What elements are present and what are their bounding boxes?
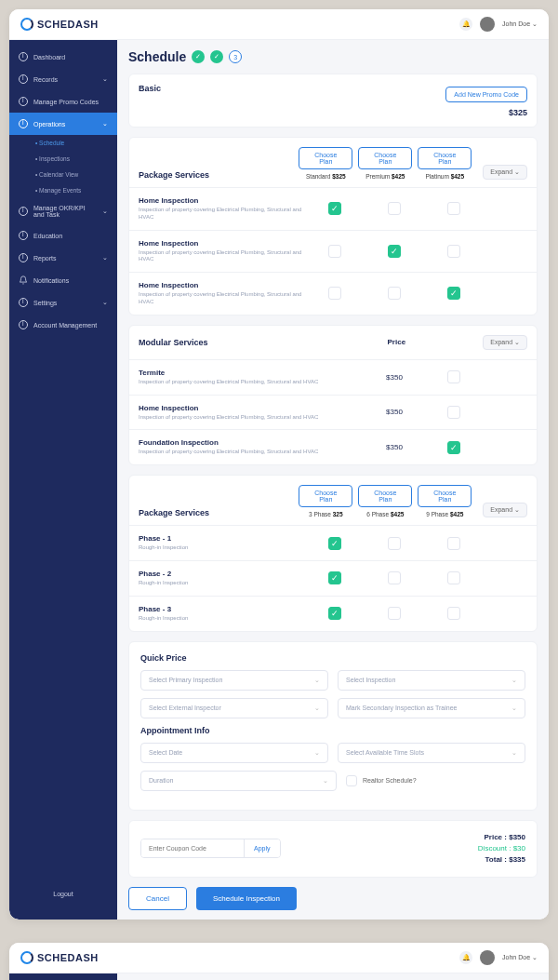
add-promo-button[interactable]: Add New Promo Code: [445, 87, 527, 102]
notifications-icon[interactable]: 🔔: [459, 951, 472, 964]
coupon-input[interactable]: [141, 839, 244, 857]
expand-button[interactable]: Expand ⌄: [483, 503, 527, 517]
apply-button[interactable]: Apply: [244, 839, 280, 857]
checkbox-icon: [346, 775, 357, 786]
sidebar-sub-schedule[interactable]: Schedule: [9, 135, 117, 151]
row-name: Termite: [139, 369, 362, 377]
row-price: $350: [367, 408, 421, 416]
chevron-down-icon: ⌄: [314, 677, 320, 684]
checkbox[interactable]: [388, 287, 401, 300]
checkbox[interactable]: [388, 607, 401, 620]
chevron-down-icon: ⌄: [512, 705, 517, 712]
row-desc: Inspection of property covering Electric…: [139, 249, 302, 264]
row-name: Phase - 1: [139, 534, 302, 543]
sidebar-item-account-management[interactable]: Account Management: [9, 314, 117, 336]
user-avatar[interactable]: [480, 950, 495, 965]
select-date-dropdown[interactable]: Select Date⌄: [140, 743, 328, 763]
checkbox[interactable]: ✓: [447, 287, 460, 300]
checkbox[interactable]: [388, 202, 401, 215]
cancel-button[interactable]: Cancel: [128, 887, 187, 910]
step-3-pending: 3: [229, 50, 242, 63]
top-bar: SCHEDASH 🔔 John Doe ⌄: [9, 943, 549, 973]
choose-plan-button[interactable]: Choose Plan: [358, 485, 412, 507]
checkbox[interactable]: [447, 245, 460, 258]
sidebar-item-manage-promo-codes[interactable]: Manage Promo Codes: [9, 90, 117, 113]
checkbox[interactable]: [447, 607, 460, 620]
notifications-icon[interactable]: 🔔: [459, 18, 472, 31]
select-inspection-dropdown[interactable]: Select Inspection⌄: [338, 670, 525, 691]
sidebar-item-reports[interactable]: Reports⌄: [9, 247, 117, 269]
row-name: Home Inspection: [139, 196, 302, 205]
row-price: $350: [367, 373, 421, 382]
info-icon: [19, 97, 28, 106]
logout-button[interactable]: Logout: [9, 878, 117, 910]
sidebar-sub-calendar-view[interactable]: Calendar View: [9, 167, 117, 182]
row-desc: Inspection of property covering Electric…: [139, 449, 362, 456]
sidebar-sub-inspections[interactable]: Inspections: [9, 151, 117, 167]
mark-secondary-dropdown[interactable]: Mark Secondary Inspection as Trainee⌄: [338, 698, 525, 718]
select-external-dropdown[interactable]: Select External Inspector⌄: [140, 698, 328, 718]
top-bar: SCHEDASH 🔔 John Doe ⌄: [9, 9, 549, 40]
brand-logo: SCHEDASH: [20, 18, 99, 31]
choose-plan-button[interactable]: Choose Plan: [299, 485, 352, 507]
basic-price: $325: [445, 108, 527, 117]
checkbox[interactable]: ✓: [328, 607, 341, 620]
choose-plan-button[interactable]: Choose Plan: [418, 485, 472, 507]
info-icon: [19, 320, 28, 329]
sidebar: DashboardRecords⌄Manage Promo CodesOpera…: [9, 973, 117, 980]
checkbox[interactable]: [447, 537, 460, 550]
sidebar-item-manage-okr-kpi-and-task[interactable]: Manage OKR/KPI and Task⌄: [9, 198, 117, 224]
sidebar-item-education[interactable]: Education: [9, 224, 117, 247]
sidebar-item-settings[interactable]: Settings⌄: [9, 291, 117, 314]
package-services-1: Package ServicesChoose PlanStandard $325…: [128, 137, 538, 315]
brand-logo: SCHEDASH: [20, 951, 99, 964]
checkbox[interactable]: ✓: [328, 571, 341, 584]
expand-button[interactable]: Expand ⌄: [483, 165, 527, 180]
sidebar-item-notifications[interactable]: Notifications: [9, 269, 117, 291]
expand-button[interactable]: Expand ⌄: [483, 335, 527, 350]
checkbox[interactable]: [447, 406, 460, 419]
checkbox[interactable]: ✓: [388, 245, 401, 258]
checkbox[interactable]: [328, 287, 341, 300]
checkbox[interactable]: [447, 571, 460, 584]
row-desc: Inspection of property covering Electric…: [139, 207, 302, 222]
user-name[interactable]: John Doe ⌄: [502, 954, 538, 961]
quick-price-title: Quick Price: [140, 653, 525, 663]
chevron-down-icon: ⌄: [314, 705, 320, 712]
duration-dropdown[interactable]: Duration⌄: [140, 771, 337, 791]
chevron-down-icon: ⌄: [102, 75, 108, 83]
checkbox[interactable]: ✓: [447, 441, 460, 454]
checkbox[interactable]: [447, 370, 460, 383]
checkbox[interactable]: [388, 571, 401, 584]
user-name[interactable]: John Doe ⌄: [502, 20, 538, 28]
chevron-down-icon: ⌄: [512, 677, 517, 684]
sidebar-item-label: Education: [33, 233, 62, 239]
sidebar-item-records[interactable]: Records⌄: [9, 68, 117, 90]
info-icon: [19, 231, 28, 240]
sidebar-item-operations[interactable]: Operations⌄: [9, 113, 117, 135]
info-icon: [19, 74, 28, 84]
choose-plan-button[interactable]: Choose Plan: [299, 147, 352, 169]
sidebar-item-label: Manage OKR/KPI and Task: [33, 205, 97, 218]
plan-label: Standard $325: [299, 173, 352, 180]
checkbox[interactable]: ✓: [328, 202, 341, 215]
table-row: Foundation InspectionInspection of prope…: [129, 429, 537, 464]
checkbox[interactable]: [328, 245, 341, 258]
brand-text: SCHEDASH: [37, 952, 99, 963]
row-name: Home Inspection: [139, 239, 302, 248]
checkbox[interactable]: [388, 537, 401, 550]
bell-icon: [19, 275, 28, 285]
select-primary-dropdown[interactable]: Select Primary Inspection⌄: [140, 670, 328, 691]
user-avatar[interactable]: [480, 17, 495, 32]
sidebar-item-label: Dashboard: [33, 54, 65, 60]
choose-plan-button[interactable]: Choose Plan: [418, 147, 472, 169]
sidebar-sub-manage-events[interactable]: Manage Events: [9, 182, 117, 198]
select-timeslots-dropdown[interactable]: Select Available Time Slots⌄: [338, 743, 525, 763]
modular-services: Modular ServicesPriceExpand ⌄TermiteInsp…: [128, 325, 538, 465]
schedule-inspection-button[interactable]: Schedule Inspection: [196, 887, 297, 910]
sidebar-item-dashboard[interactable]: Dashboard: [9, 46, 117, 68]
choose-plan-button[interactable]: Choose Plan: [358, 147, 412, 169]
realtor-schedule-checkbox[interactable]: Realtor Schedule?: [346, 771, 525, 791]
checkbox[interactable]: ✓: [328, 537, 341, 550]
checkbox[interactable]: [447, 202, 460, 215]
